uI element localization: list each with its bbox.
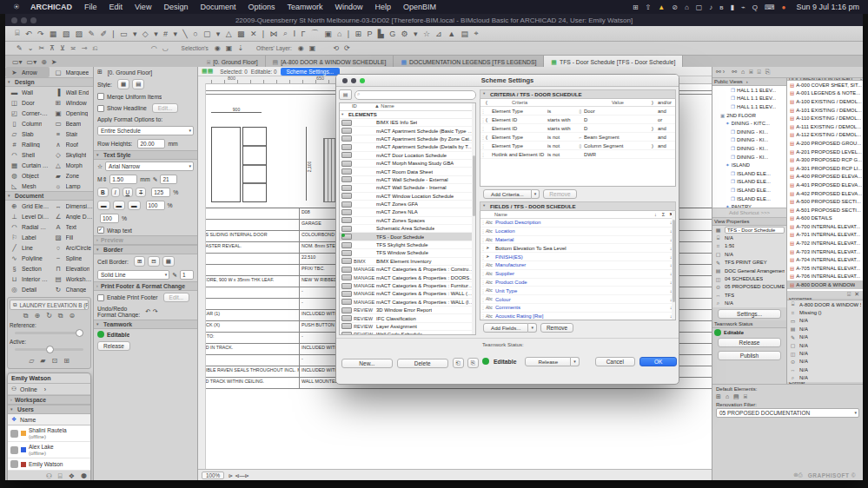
layout-tree-item[interactable]: ▤ A-100 EXISTING / DEMOL... xyxy=(787,97,863,106)
slab-icon[interactable]: ◇ xyxy=(140,30,151,38)
layout-tree-item[interactable]: ▤ A-401 PROPOSED ELEVA... xyxy=(787,181,863,189)
user-shalini-rautela[interactable]: Shalini Rautela(offline) xyxy=(8,425,90,442)
message-icon[interactable]: ⌸ xyxy=(58,472,63,480)
layout-tree-item[interactable]: ▤ A-703 INTERNAL ELEVAT... xyxy=(787,247,863,256)
tool-section[interactable]: § Section xyxy=(5,263,50,274)
tool-fill[interactable]: ▨ Fill xyxy=(50,232,94,242)
default-folder-icon[interactable]: ⌸ xyxy=(744,393,747,400)
tool-line[interactable]: ╱ Line xyxy=(5,242,50,253)
tool-text[interactable]: A Text xyxy=(50,221,94,232)
online-status-row[interactable]: ⚇ Online› xyxy=(8,384,90,395)
view-tree-item[interactable]: ❐ ISLAND ELE... xyxy=(712,178,786,187)
scheme-list-item[interactable]: REVIEW 3D Window Error Report xyxy=(340,307,475,314)
font-select[interactable]: Arial Narrow xyxy=(105,162,194,171)
trace-view-field[interactable]: ⧉ LAUNDRY ELEVATION B (Public Vie... xyxy=(10,300,89,310)
pen-icon[interactable]: ✎ xyxy=(85,30,97,38)
poly-icon[interactable]: △ xyxy=(223,30,235,38)
border-pen-field[interactable]: 1 xyxy=(180,270,194,280)
scheme-search-input[interactable] xyxy=(354,90,476,100)
layers-icon[interactable]: ▙ xyxy=(375,30,387,38)
field-row[interactable]: Abc Unit Type xyxy=(480,287,675,295)
delete-scheme-button[interactable]: Delete xyxy=(397,359,448,368)
field-row[interactable]: Abc Location xyxy=(480,228,675,236)
tool-shell[interactable]: ◠ Shell xyxy=(5,149,50,160)
menu-design[interactable]: Design xyxy=(157,3,194,11)
field-row[interactable]: Abc Supplier xyxy=(480,270,675,279)
view-switch-icon[interactable]: ▭▾ xyxy=(27,58,37,66)
line-icon[interactable]: ╲ xyxy=(180,30,190,38)
elements-group-row[interactable]: ELEMENTS xyxy=(340,111,475,119)
layout-tree-item[interactable]: ▤ A-701 INTERNAL ELEVAT... xyxy=(787,231,863,240)
chevron-icon[interactable]: ⌄ xyxy=(25,44,36,53)
import-icon[interactable]: ⎗ xyxy=(453,358,464,368)
users-section[interactable]: Users xyxy=(8,405,90,414)
tool-door[interactable]: ◫ Door xyxy=(5,97,50,108)
menu-archicad[interactable]: ARCHICAD xyxy=(24,3,78,11)
layout-tree-item[interactable]: ▤ A-200 PROPOSED GROU... xyxy=(787,139,863,148)
schedule-icon[interactable]: ▤ xyxy=(458,30,471,38)
undo-icon[interactable]: ↶ xyxy=(23,30,35,38)
strikethrough-button[interactable]: T xyxy=(136,188,146,197)
delete-icon[interactable]: ✕ xyxy=(854,291,859,298)
release-button[interactable]: Release xyxy=(718,338,781,347)
dropdown-icon[interactable]: ▾ xyxy=(411,30,421,38)
rotate-right-icon[interactable]: ⟳ xyxy=(341,44,353,52)
default-sheet-icon[interactable]: ▤ xyxy=(733,393,739,400)
merge-uniform-checkbox[interactable] xyxy=(97,93,104,100)
navigator-mode-icon[interactable]: ⚯ › xyxy=(716,69,725,76)
tool-wall[interactable]: ▬ Wall xyxy=(5,87,50,97)
filter-icon[interactable]: ⊜ xyxy=(70,312,76,320)
scheme-list-item[interactable]: mACT Zones GFA xyxy=(340,201,475,208)
field-row[interactable]: Abc Comments xyxy=(480,304,675,313)
teamwork-icon[interactable]: ▲ xyxy=(445,30,458,38)
workspace-section[interactable]: Workspace xyxy=(8,395,90,405)
bottom-link-icon[interactable]: ⊻ xyxy=(57,44,68,53)
tool-angle-dimension[interactable]: ∠ Angle Dimen... xyxy=(50,211,94,221)
open-icon[interactable]: ⌸ xyxy=(12,29,23,38)
spotlight-icon[interactable]: Q xyxy=(749,3,761,11)
border-header[interactable]: Border xyxy=(94,245,197,254)
separator[interactable]: | xyxy=(260,30,268,38)
view-tree-item[interactable]: ❐ DINING - KI... xyxy=(712,153,786,162)
scheme-list-item[interactable]: BIMX IES Info Set xyxy=(340,119,475,127)
scheme-list-item[interactable]: BIMX BIMX Element Inventory xyxy=(340,258,475,266)
scheme-list-item[interactable]: TFS Window Schedule xyxy=(340,249,475,257)
scheme-list-item[interactable]: mACT Wall Schedule - External xyxy=(340,176,475,184)
scheme-list-item[interactable]: TFS - Door Schedule xyxy=(340,233,475,241)
arc-down-icon[interactable]: ◡ xyxy=(160,44,171,52)
tool-grid-element[interactable]: ⊕ Grid Element xyxy=(5,201,50,211)
view-tree-item[interactable]: ❐ ISLAND ELE... xyxy=(712,169,786,178)
preview-header[interactable]: Preview xyxy=(94,235,197,245)
tool-morph[interactable]: △ Morph xyxy=(50,160,94,170)
schedule-selection-icon[interactable]: ⊞ xyxy=(97,69,103,76)
tool-skylight[interactable]: ◇ Skylight xyxy=(50,149,94,160)
scheme-list-scrollbar[interactable] xyxy=(472,103,475,334)
layout-tree-item[interactable]: ▤ A-112 EXISTING / DEMOL... xyxy=(787,131,863,140)
layout-tree-item[interactable]: ▤ A-704 INTERNAL ELEVAT... xyxy=(787,255,863,264)
layout-tree-item[interactable]: ▤ A-000 COVER SHEET, SIT... xyxy=(787,81,863,89)
find-icon[interactable]: ⌕ xyxy=(281,29,290,38)
layout-tree-item[interactable]: ▤ A-201 PROPOSED LEVEL... xyxy=(787,148,863,156)
eye-icon[interactable]: ◉ xyxy=(295,44,307,52)
spacing-field[interactable]: 125 xyxy=(151,188,170,197)
fill-icon[interactable]: ▨ xyxy=(72,30,85,38)
mesh-icon[interactable]: # xyxy=(161,30,170,38)
tool-dimension[interactable]: ↔ Dimension xyxy=(50,201,94,211)
new-layout-icon[interactable]: ⌻ xyxy=(847,291,851,298)
pencil-icon[interactable]: ✐ xyxy=(97,30,109,38)
scheme-list-item[interactable]: mACT Zones Spaces xyxy=(340,217,475,225)
lock-icon[interactable]: ▣ xyxy=(223,44,235,52)
layout-tree-item[interactable]: ▤ A-301 PROPOSED RCP LI... xyxy=(787,164,863,173)
tool-slab[interactable]: ▱ Slab xyxy=(5,129,50,139)
style-list-button[interactable]: ▤ xyxy=(132,79,144,89)
menu-openbim[interactable]: OpenBIM xyxy=(397,3,442,11)
eraser-icon[interactable]: ⎌ xyxy=(89,44,100,53)
layout-tree-item[interactable]: ▤ A-706 INTERNAL ELEVAT... xyxy=(787,273,863,281)
scheme-list-item[interactable]: mACT Apartment Schedule (Details by Type… xyxy=(340,143,475,151)
scheme-list-item[interactable]: MANAGE mACT Categories & Properties : DO… xyxy=(340,274,475,281)
teamwork-status-header[interactable]: Teamwork Status xyxy=(712,320,786,328)
export-icon[interactable]: ⎘ xyxy=(467,358,479,368)
layout-tree-item[interactable]: ▤ A-101 EXISTING / DEMOL... xyxy=(787,106,863,115)
hatch-icon[interactable]: ▧ xyxy=(60,30,73,38)
layout-tree-item[interactable]: ▤ A-111 EXISTING / DEMOL... xyxy=(787,122,863,131)
